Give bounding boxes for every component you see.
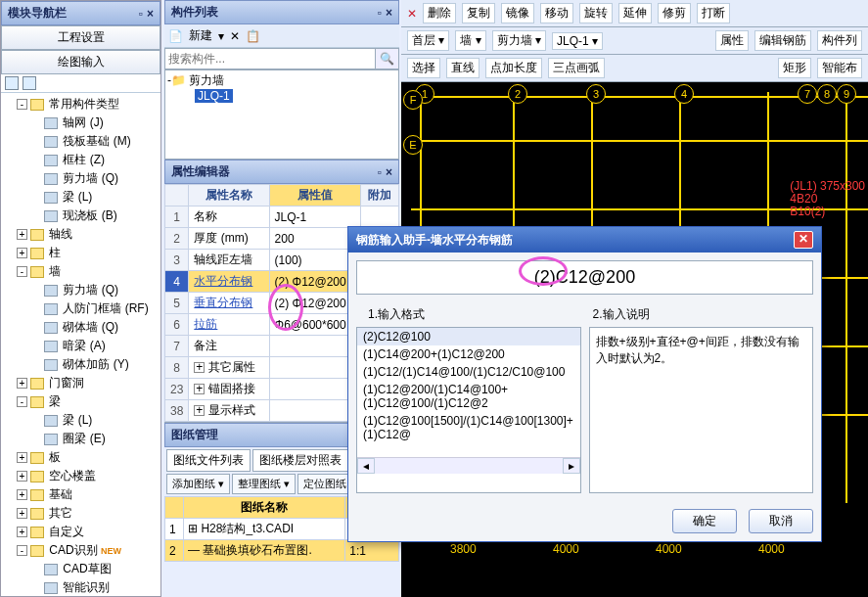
toolbar-button[interactable]: 镜像	[501, 3, 534, 23]
expand-icon[interactable]: +	[17, 508, 27, 519]
toolbar-button[interactable]: 编辑钢筋	[754, 30, 811, 51]
toolbar-button[interactable]: 删除	[423, 3, 456, 23]
expand-icon[interactable]: -	[17, 266, 27, 277]
toolbar-button[interactable]: 延伸	[618, 3, 652, 23]
tree-node[interactable]: 剪力墙 (Q)	[30, 281, 159, 299]
toolbar-button[interactable]: 旋转	[579, 3, 613, 23]
tree-node[interactable]: - 常用构件类型	[17, 95, 159, 114]
drawing-tab[interactable]: 图纸文件列表	[166, 449, 251, 472]
expand-icon[interactable]: +	[194, 384, 205, 394]
collapse-icon[interactable]: -	[167, 73, 171, 87]
copy-icon[interactable]: 📋	[246, 29, 260, 43]
tree-node[interactable]: 现浇板 (B)	[30, 207, 159, 225]
format-option[interactable]: (1)C14@200+(1)C12@200	[357, 345, 580, 363]
toolbar-button[interactable]: 属性	[715, 30, 749, 51]
dropdown-icon[interactable]: ▾	[218, 29, 224, 43]
tree-node[interactable]: + 门窗洞	[17, 374, 159, 392]
close-icon[interactable]: ×	[386, 6, 392, 20]
format-option[interactable]: (1)C12/(1)C14@100/(1)C12/C10@100	[357, 363, 580, 381]
toolbar-button[interactable]: 智能布	[817, 58, 862, 78]
expand-icon[interactable]: -	[17, 99, 27, 110]
format-option[interactable]: (2)C12@100	[357, 328, 580, 345]
new-button[interactable]: 新建	[189, 27, 212, 44]
expand-icon[interactable]: +	[17, 489, 27, 500]
toolbar-icon[interactable]	[5, 76, 19, 90]
context-dropdown[interactable]: 首层 ▾	[407, 30, 449, 51]
format-list[interactable]: (2)C12@100(1)C14@200+(1)C12@200(1)C12/(1…	[357, 328, 580, 457]
expand-icon[interactable]: +	[17, 378, 27, 389]
tree-node[interactable]: 梁 (L)	[30, 411, 159, 430]
horiz-scrollbar[interactable]: ◂▸	[357, 457, 580, 474]
tree-node[interactable]: 砌体墙 (Q)	[30, 318, 159, 337]
drawing-button[interactable]: 定位图纸	[297, 474, 352, 494]
scroll-right-icon[interactable]: ▸	[563, 458, 580, 474]
tree-node[interactable]: CAD草图	[30, 560, 159, 578]
tree-node[interactable]: + 板	[17, 448, 159, 467]
toolbar-button[interactable]: 构件列	[817, 30, 862, 51]
tree-node[interactable]: + 空心楼盖	[17, 467, 159, 485]
toolbar-button[interactable]: 复制	[462, 3, 495, 23]
ok-button[interactable]: 确定	[672, 509, 737, 533]
toolbar-button[interactable]: 直线	[446, 58, 480, 78]
tree-node[interactable]: 剪力墙 (Q)	[30, 169, 159, 188]
scroll-left-icon[interactable]: ◂	[357, 458, 375, 474]
toolbar-button[interactable]: 修剪	[658, 3, 691, 23]
context-dropdown[interactable]: JLQ-1 ▾	[552, 32, 603, 50]
tree-node[interactable]: 框柱 (Z)	[30, 151, 159, 169]
toolbar-button[interactable]: 矩形	[778, 58, 811, 78]
expand-icon[interactable]: +	[17, 527, 27, 537]
context-dropdown[interactable]: 剪力墙 ▾	[492, 30, 546, 51]
toolbar-button[interactable]: 打断	[697, 3, 730, 23]
drawing-button[interactable]: 整理图纸 ▾	[232, 474, 296, 494]
expand-icon[interactable]: +	[17, 471, 27, 482]
expand-icon[interactable]: -	[17, 396, 27, 407]
drawing-button[interactable]: 添加图纸 ▾	[166, 474, 230, 494]
tree-node[interactable]: - 墙	[17, 262, 159, 281]
context-dropdown[interactable]: 墙 ▾	[455, 30, 485, 51]
pin-icon[interactable]: ▫	[139, 7, 143, 21]
component-tree[interactable]: -📁 剪力墙 JLQ-1	[164, 69, 399, 160]
tree-node[interactable]: - 梁	[17, 392, 159, 411]
tree-node[interactable]: 砌体加筋 (Y)	[30, 355, 159, 374]
tree-node[interactable]: - CAD识别 NEW	[17, 541, 159, 560]
tree-node[interactable]: 筏板基础 (M)	[30, 132, 159, 151]
module-tree[interactable]: - 常用构件类型 轴网 (J) 筏板基础 (M) 框柱 (Z) 剪力墙 (Q) …	[1, 93, 160, 596]
format-option[interactable]: (1)C12@100[1500]/(1)C14@100[1300]+(1)C12…	[357, 412, 580, 443]
expand-icon[interactable]: +	[17, 248, 27, 258]
component-root[interactable]: 剪力墙	[189, 73, 224, 87]
expand-icon[interactable]: +	[17, 452, 27, 463]
expand-icon[interactable]: +	[194, 405, 205, 416]
new-icon[interactable]: 📄	[168, 29, 183, 43]
tree-node[interactable]: 暗梁 (A)	[30, 337, 159, 355]
toolbar-button[interactable]: 点加长度	[485, 58, 542, 78]
drawing-row[interactable]: 2— 基础换填砂石布置图.1:1	[165, 540, 399, 562]
rebar-value-display[interactable]: (2)C12@200	[356, 260, 813, 295]
delete-icon[interactable]: ✕	[230, 29, 240, 43]
project-settings-button[interactable]: 工程设置	[1, 25, 160, 50]
tree-node[interactable]: 梁 (L)	[30, 188, 159, 207]
tree-node[interactable]: + 柱	[17, 244, 159, 262]
pin-icon[interactable]: ▫	[378, 165, 382, 179]
dialog-close-button[interactable]: ✕	[794, 231, 813, 249]
pin-icon[interactable]: ▫	[378, 6, 382, 20]
tree-node[interactable]: 轴网 (J)	[30, 114, 159, 132]
tree-node[interactable]: 圈梁 (E)	[30, 430, 159, 448]
close-icon[interactable]: ×	[147, 7, 154, 21]
tree-node[interactable]: 智能识别	[30, 578, 159, 596]
prop-value[interactable]: JLQ-1	[269, 207, 361, 228]
format-option[interactable]: (1)C12@200/(1)C14@100+(1)C12@100/(1)C12@…	[357, 381, 580, 412]
property-row[interactable]: 1名称JLQ-1	[165, 207, 399, 228]
component-item-selected[interactable]: JLQ-1	[195, 89, 233, 103]
toolbar-button[interactable]: 三点画弧	[548, 58, 605, 78]
toolbar-button[interactable]: 移动	[540, 3, 573, 23]
tree-node[interactable]: + 自定义	[17, 523, 159, 541]
toolbar-icon[interactable]	[23, 76, 36, 90]
expand-icon[interactable]: -	[17, 545, 27, 556]
close-icon[interactable]: ×	[386, 165, 392, 179]
tree-node[interactable]: 人防门框墙 (RF)	[30, 299, 159, 318]
expand-icon[interactable]: +	[17, 229, 27, 240]
tree-node[interactable]: + 轴线	[17, 225, 159, 244]
dialog-titlebar[interactable]: 钢筋输入助手-墙水平分布钢筋 ✕	[348, 227, 821, 253]
search-button[interactable]: 🔍	[375, 49, 398, 69]
drawing-input-button[interactable]: 绘图输入	[1, 50, 160, 74]
